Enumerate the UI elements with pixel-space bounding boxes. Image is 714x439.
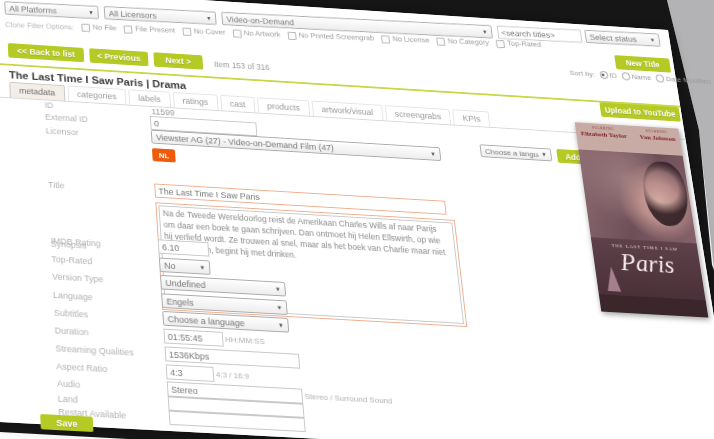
field-label-top-rated: Top-Rated bbox=[51, 254, 92, 266]
channel-filter-value: Video-on-Demand bbox=[226, 14, 295, 26]
top-rated-select[interactable]: No ▼ bbox=[159, 258, 211, 275]
cms-page: All Platforms ▼ All Licensors ▼ Video-on… bbox=[0, 0, 714, 439]
checkbox-icon bbox=[496, 40, 505, 48]
audio-hint: Stereo / Surround Sound bbox=[304, 392, 392, 406]
tab-kpis[interactable]: KPIs bbox=[452, 109, 490, 127]
top-rated-value: No bbox=[164, 260, 176, 270]
sort-radio-id[interactable] bbox=[599, 71, 608, 79]
tab-ratings[interactable]: ratings bbox=[172, 92, 218, 110]
tab-labels[interactable]: labels bbox=[128, 89, 170, 107]
field-label-streaming: Streaming Qualities bbox=[55, 343, 134, 357]
subtitles-value: Choose a language bbox=[167, 314, 245, 328]
checkbox-top-rated[interactable]: Top-Rated bbox=[496, 39, 542, 49]
screen-backdrop: All Platforms ▼ All Licensors ▼ Video-on… bbox=[0, 0, 714, 439]
checkbox-label: No License bbox=[392, 35, 430, 44]
platform-filter-select[interactable]: All Platforms ▼ bbox=[4, 1, 99, 19]
field-label-duration: Duration bbox=[54, 326, 88, 338]
checkbox-no-license[interactable]: No License bbox=[381, 35, 430, 45]
checkbox-label: No File bbox=[92, 24, 116, 33]
field-label-audio: Audio bbox=[57, 378, 81, 389]
checkbox-label: No Artwork bbox=[244, 29, 281, 38]
sort-radio-name[interactable] bbox=[621, 72, 630, 80]
checkbox-label: Top-Rated bbox=[507, 40, 542, 49]
sort-option-label: Date Modified bbox=[665, 75, 711, 86]
duration-hint: HH:MM:SS bbox=[225, 335, 265, 346]
checkbox-icon bbox=[124, 25, 133, 33]
chevron-down-icon: ▼ bbox=[482, 29, 488, 35]
checkbox-label: File Present bbox=[135, 25, 176, 35]
field-label-title: Title bbox=[48, 180, 65, 190]
next-button[interactable]: Next > bbox=[153, 52, 203, 69]
checkbox-no-cover[interactable]: No Cover bbox=[182, 27, 226, 37]
chevron-down-icon: ▼ bbox=[541, 152, 547, 158]
version-type-value: Undefined bbox=[165, 278, 206, 290]
licensor-value: Viewster AG (27) - Video-on-Demand Film … bbox=[156, 132, 334, 152]
field-label-language: Language bbox=[53, 290, 93, 302]
field-label-version-type: Version Type bbox=[52, 272, 104, 285]
poster-photo-figure bbox=[639, 160, 692, 227]
checkbox-no-category[interactable]: No Category bbox=[436, 37, 489, 47]
tab-products[interactable]: products bbox=[257, 97, 310, 116]
checkbox-file-present[interactable]: File Present bbox=[124, 25, 176, 35]
checkbox-no-artwork[interactable]: No Artwork bbox=[232, 29, 280, 39]
checkbox-no-printed-screengrab[interactable]: No Printed Screengrab bbox=[287, 31, 374, 43]
aspect-ratio-input[interactable] bbox=[166, 364, 215, 382]
checkbox-icon bbox=[381, 35, 390, 43]
checkbox-icon bbox=[436, 37, 445, 45]
save-button[interactable]: Save bbox=[40, 414, 93, 432]
previous-button[interactable]: < Previous bbox=[89, 48, 148, 66]
field-label-external-id: External ID bbox=[45, 112, 88, 124]
checkbox-icon bbox=[287, 31, 296, 39]
poster-actor-name: Van Johnson bbox=[639, 133, 676, 142]
checkbox-icon bbox=[182, 27, 191, 35]
chevron-down-icon: ▼ bbox=[276, 304, 282, 310]
tab-cast[interactable]: cast bbox=[220, 95, 256, 113]
poster-title-block: THE LAST TIME I SAW Paris bbox=[591, 237, 706, 300]
language-value: Engels bbox=[166, 296, 194, 307]
poster-credit-right: STARRING Van Johnson bbox=[639, 129, 678, 153]
licensor-filter-value: All Licensors bbox=[108, 9, 156, 20]
imdb-rating-input[interactable] bbox=[158, 239, 210, 256]
back-to-list-button[interactable]: << Back to list bbox=[8, 43, 84, 62]
checkbox-no-file[interactable]: No File bbox=[81, 23, 117, 33]
field-label-licensor: Licensor bbox=[46, 126, 79, 137]
chevron-down-icon: ▼ bbox=[206, 15, 212, 21]
checkbox-icon bbox=[232, 29, 241, 37]
new-title-button[interactable]: New Title bbox=[614, 55, 671, 73]
aspect-ratio-hint: 4:3 / 16:9 bbox=[216, 370, 250, 381]
chevron-down-icon: ▼ bbox=[430, 151, 436, 157]
sort-option-label: ID bbox=[609, 71, 618, 79]
sort-radio-date-modified[interactable] bbox=[655, 75, 664, 83]
field-label-aspect-ratio: Aspect Ratio bbox=[56, 361, 108, 374]
field-label-land: Land bbox=[57, 394, 78, 405]
item-counter: Item 153 of 316 bbox=[214, 60, 270, 72]
checkbox-icon bbox=[81, 23, 90, 31]
chevron-down-icon: ▼ bbox=[278, 322, 284, 328]
licensor-select[interactable]: Viewster AG (27) - Video-on-Demand Film … bbox=[151, 130, 442, 161]
poster-actor-name: Elizabeth Taylor bbox=[580, 129, 627, 139]
nl-language-button[interactable]: NL bbox=[152, 148, 176, 162]
checkbox-label: No Category bbox=[447, 37, 489, 47]
checkbox-label: No Cover bbox=[193, 27, 225, 36]
chevron-down-icon: ▼ bbox=[649, 37, 655, 43]
title-language-select[interactable]: Choose a language ▼ bbox=[480, 144, 553, 161]
duration-input[interactable] bbox=[163, 329, 223, 347]
checkbox-label: No Printed Screengrab bbox=[298, 32, 374, 43]
platform-filter-value: All Platforms bbox=[9, 4, 57, 15]
title-language-value: Choose a language bbox=[484, 147, 539, 158]
sort-by-label: Sort by: bbox=[569, 69, 595, 79]
clone-filter-label: Clone Filter Options: bbox=[5, 20, 74, 31]
field-label-id: ID bbox=[44, 100, 53, 110]
field-label-subtitles: Subtitles bbox=[54, 308, 89, 320]
poster-photo bbox=[578, 149, 696, 243]
chevron-down-icon: ▼ bbox=[199, 264, 205, 270]
sort-option-label: Name bbox=[631, 73, 652, 82]
chevron-down-icon: ▼ bbox=[88, 9, 94, 15]
chevron-down-icon: ▼ bbox=[275, 286, 281, 292]
poster-credit-left: STARRING Elizabeth Taylor bbox=[580, 125, 629, 150]
licensor-filter-select[interactable]: All Licensors ▼ bbox=[104, 6, 217, 25]
